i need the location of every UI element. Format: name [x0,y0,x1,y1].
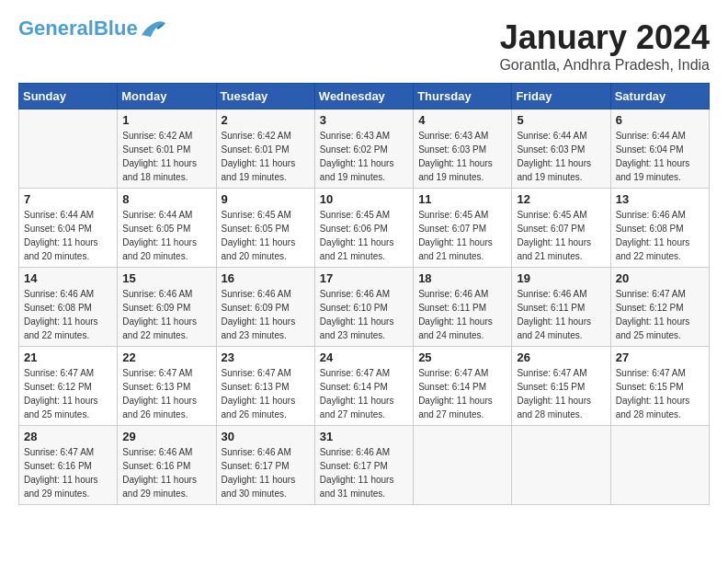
calendar-cell [19,109,118,189]
calendar-cell: 8 Sunrise: 6:44 AM Sunset: 6:05 PM Dayli… [118,189,216,268]
sunset-text: Sunset: 6:12 PM [616,303,684,313]
daylight-text: Daylight: 11 hours and 20 minutes. [122,237,197,261]
cell-detail: Sunrise: 6:42 AM Sunset: 6:01 PM Dayligh… [122,129,210,184]
daylight-text: Daylight: 11 hours and 24 minutes. [517,316,591,340]
cell-detail: Sunrise: 6:46 AM Sunset: 6:09 PM Dayligh… [122,287,210,342]
day-number: 3 [320,113,408,127]
sunset-text: Sunset: 6:08 PM [24,303,92,313]
day-number: 17 [320,271,408,285]
cell-detail: Sunrise: 6:46 AM Sunset: 6:11 PM Dayligh… [517,287,605,342]
title-block: January 2024 Gorantla, Andhra Pradesh, I… [499,18,710,74]
sunset-text: Sunset: 6:02 PM [320,144,388,155]
cell-detail: Sunrise: 6:42 AM Sunset: 6:01 PM Dayligh… [222,129,310,184]
calendar-cell: 31 Sunrise: 6:46 AM Sunset: 6:17 PM Dayl… [314,426,413,505]
day-number: 6 [616,113,704,127]
cell-detail: Sunrise: 6:44 AM Sunset: 6:03 PM Dayligh… [517,129,605,184]
calendar-table: SundayMondayTuesdayWednesdayThursdayFrid… [18,83,710,505]
cell-detail: Sunrise: 6:47 AM Sunset: 6:14 PM Dayligh… [418,366,506,421]
sunrise-text: Sunrise: 6:46 AM [222,289,291,299]
sunrise-text: Sunrise: 6:46 AM [122,289,192,299]
day-header-monday: Monday [118,84,216,109]
calendar-cell [414,426,512,505]
calendar-week-row: 28 Sunrise: 6:47 AM Sunset: 6:16 PM Dayl… [19,426,710,505]
sunset-text: Sunset: 6:05 PM [222,224,290,234]
day-number: 24 [320,350,408,364]
daylight-text: Daylight: 11 hours and 18 minutes. [122,158,197,182]
sunrise-text: Sunrise: 6:47 AM [122,368,192,378]
calendar-cell: 13 Sunrise: 6:46 AM Sunset: 6:08 PM Dayl… [610,189,709,268]
daylight-text: Daylight: 11 hours and 30 minutes. [222,475,296,499]
calendar-cell: 28 Sunrise: 6:47 AM Sunset: 6:16 PM Dayl… [19,426,118,505]
sunrise-text: Sunrise: 6:46 AM [222,447,291,457]
daylight-text: Daylight: 11 hours and 31 minutes. [320,475,394,499]
calendar-week-row: 1 Sunrise: 6:42 AM Sunset: 6:01 PM Dayli… [19,109,710,189]
day-number: 18 [418,271,506,285]
month-title: January 2024 [499,18,710,57]
calendar-cell: 17 Sunrise: 6:46 AM Sunset: 6:10 PM Dayl… [314,268,413,347]
sunrise-text: Sunrise: 6:47 AM [517,368,586,378]
calendar-cell: 23 Sunrise: 6:47 AM Sunset: 6:13 PM Dayl… [216,347,314,426]
calendar-cell: 18 Sunrise: 6:46 AM Sunset: 6:11 PM Dayl… [414,268,512,347]
calendar-cell: 30 Sunrise: 6:46 AM Sunset: 6:17 PM Dayl… [216,426,314,505]
calendar-cell: 3 Sunrise: 6:43 AM Sunset: 6:02 PM Dayli… [314,109,413,189]
page-header: GeneralBlue January 2024 Gorantla, Andhr… [18,18,710,74]
day-number: 4 [418,113,506,127]
sunrise-text: Sunrise: 6:46 AM [24,289,94,299]
daylight-text: Daylight: 11 hours and 21 minutes. [517,237,591,261]
calendar-cell: 21 Sunrise: 6:47 AM Sunset: 6:12 PM Dayl… [19,347,118,426]
day-header-tuesday: Tuesday [216,84,314,109]
cell-detail: Sunrise: 6:47 AM Sunset: 6:13 PM Dayligh… [222,366,310,421]
sunset-text: Sunset: 6:09 PM [122,303,190,313]
calendar-week-row: 14 Sunrise: 6:46 AM Sunset: 6:08 PM Dayl… [19,268,710,347]
cell-detail: Sunrise: 6:46 AM Sunset: 6:09 PM Dayligh… [222,287,310,342]
calendar-cell: 29 Sunrise: 6:46 AM Sunset: 6:16 PM Dayl… [118,426,216,505]
calendar-week-row: 7 Sunrise: 6:44 AM Sunset: 6:04 PM Dayli… [19,189,710,268]
sunset-text: Sunset: 6:13 PM [122,382,190,392]
sunset-text: Sunset: 6:14 PM [320,382,388,392]
daylight-text: Daylight: 11 hours and 19 minutes. [517,158,591,182]
day-header-friday: Friday [512,84,610,109]
sunset-text: Sunset: 6:01 PM [122,144,190,155]
sunset-text: Sunset: 6:11 PM [418,303,486,313]
sunrise-text: Sunrise: 6:45 AM [320,210,390,220]
daylight-text: Daylight: 11 hours and 26 minutes. [222,396,296,419]
day-number: 12 [517,192,605,206]
calendar-cell: 25 Sunrise: 6:47 AM Sunset: 6:14 PM Dayl… [414,347,512,426]
daylight-text: Daylight: 11 hours and 22 minutes. [24,316,98,340]
sunrise-text: Sunrise: 6:46 AM [418,289,488,299]
day-number: 9 [222,192,310,206]
daylight-text: Daylight: 11 hours and 19 minutes. [418,158,493,182]
day-number: 20 [616,271,704,285]
day-number: 26 [517,350,605,364]
daylight-text: Daylight: 11 hours and 25 minutes. [616,316,690,340]
sunset-text: Sunset: 6:04 PM [24,224,92,234]
sunrise-text: Sunrise: 6:44 AM [517,131,586,141]
day-number: 1 [122,113,210,127]
daylight-text: Daylight: 11 hours and 26 minutes. [122,396,197,419]
sunset-text: Sunset: 6:14 PM [418,382,486,392]
calendar-week-row: 21 Sunrise: 6:47 AM Sunset: 6:12 PM Dayl… [19,347,710,426]
cell-detail: Sunrise: 6:43 AM Sunset: 6:02 PM Dayligh… [320,129,408,184]
day-number: 31 [320,430,408,443]
day-number: 15 [122,271,210,285]
day-number: 21 [24,350,112,364]
calendar-cell: 5 Sunrise: 6:44 AM Sunset: 6:03 PM Dayli… [512,109,610,189]
daylight-text: Daylight: 11 hours and 23 minutes. [222,316,296,340]
sunrise-text: Sunrise: 6:47 AM [222,368,291,378]
cell-detail: Sunrise: 6:46 AM Sunset: 6:11 PM Dayligh… [418,287,506,342]
day-number: 28 [24,430,112,443]
sunset-text: Sunset: 6:16 PM [24,461,92,471]
calendar-cell: 14 Sunrise: 6:46 AM Sunset: 6:08 PM Dayl… [19,268,118,347]
calendar-cell: 27 Sunrise: 6:47 AM Sunset: 6:15 PM Dayl… [610,347,709,426]
sunrise-text: Sunrise: 6:47 AM [24,447,94,457]
logo-text: GeneralBlue [18,18,138,39]
calendar-cell: 1 Sunrise: 6:42 AM Sunset: 6:01 PM Dayli… [118,109,216,189]
day-number: 22 [122,350,210,364]
calendar-body: 1 Sunrise: 6:42 AM Sunset: 6:01 PM Dayli… [19,109,710,505]
sunrise-text: Sunrise: 6:47 AM [320,368,390,378]
sunrise-text: Sunrise: 6:45 AM [222,210,291,220]
calendar-cell [512,426,610,505]
day-number: 13 [616,192,704,206]
daylight-text: Daylight: 11 hours and 27 minutes. [320,396,394,419]
daylight-text: Daylight: 11 hours and 22 minutes. [616,237,690,261]
